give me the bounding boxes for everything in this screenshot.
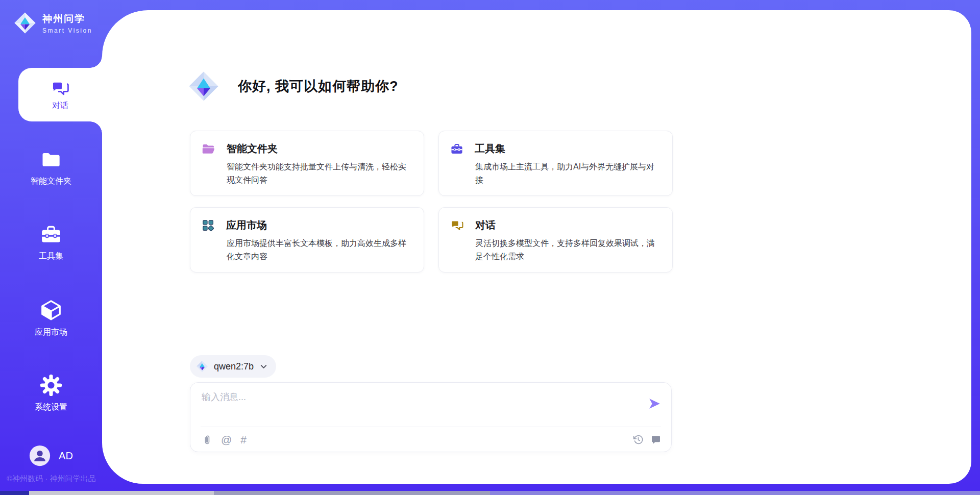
user-name: AD — [59, 450, 73, 462]
folder-icon — [40, 148, 62, 171]
feature-card-app-market[interactable]: 应用市场 应用市场提供丰富长文本模板，助力高效生成多样化文章内容 — [190, 207, 424, 273]
sidebar-item-label: 对话 — [52, 101, 68, 111]
brand-name: 神州问学 — [42, 12, 92, 26]
history-icon[interactable] — [633, 434, 644, 445]
feature-card-smart-folder[interactable]: 智能文件夹 智能文件夹功能支持批量文件上传与清洗，轻松实现文件问答 — [190, 131, 424, 196]
model-diamond-icon — [196, 360, 208, 373]
chevron-down-icon — [259, 362, 268, 371]
hashtag-icon[interactable]: # — [240, 434, 247, 445]
card-description: 应用市场提供丰富长文本模板，助力高效生成多样化文章内容 — [227, 237, 411, 263]
brand-diamond-icon — [13, 11, 37, 35]
send-icon[interactable] — [648, 397, 661, 410]
toolbox-icon — [40, 224, 62, 246]
scrollbar-track — [214, 491, 490, 495]
gear-icon — [39, 374, 63, 397]
card-description: 智能文件夹功能支持批量文件上传与清洗，轻松实现文件问答 — [227, 160, 411, 187]
card-description: 集成市场上主流工具，助力AI与外界无缝扩展与对接 — [475, 160, 660, 187]
quick-phrase-icon[interactable] — [651, 434, 661, 444]
scrollbar-thumb[interactable] — [29, 491, 214, 495]
horizontal-scrollbar — [0, 491, 980, 495]
card-title: 工具集 — [475, 142, 505, 156]
chat-bubbles-icon — [51, 79, 70, 98]
message-composer: @ # — [190, 382, 672, 452]
toolbox-icon — [450, 142, 463, 156]
sidebar-item-label: 工具集 — [39, 251, 63, 262]
composer-toolbar: @ # — [202, 427, 661, 452]
mention-icon[interactable]: @ — [221, 434, 232, 445]
sidebar-item-label: 智能文件夹 — [31, 176, 71, 187]
app-window: 神州问学 Smart Vision 对话 智能文件夹 — [0, 0, 980, 495]
brand-logo: 神州问学 Smart Vision — [13, 11, 92, 35]
greeting-text: 你好, 我可以如何帮助你? — [238, 77, 399, 95]
sidebar-item-chat[interactable]: 对话 — [18, 68, 102, 121]
greeting: 你好, 我可以如何帮助你? — [188, 68, 399, 105]
cube-icon — [39, 299, 63, 322]
sidebar-item-smart-folder[interactable]: 智能文件夹 — [0, 148, 102, 187]
sidebar-item-label: 应用市场 — [35, 327, 67, 338]
sidebar-footer-text: ©神州数码 · 神州问学出品 — [7, 474, 95, 484]
folder-open-icon — [202, 142, 215, 156]
attachment-icon[interactable] — [202, 434, 212, 445]
feature-card-chat[interactable]: 对话 灵活切换多模型文件，支持多样回复效果调试，满足个性化需求 — [438, 207, 673, 273]
message-input[interactable] — [202, 391, 630, 423]
card-title: 应用市场 — [226, 218, 267, 232]
tab-curve-top — [90, 56, 102, 68]
apps-grid-icon — [202, 219, 215, 232]
brand-subtitle: Smart Vision — [42, 27, 92, 34]
user-avatar-icon — [29, 445, 51, 466]
card-description: 灵活切换多模型文件，支持多样回复效果调试，满足个性化需求 — [475, 237, 660, 263]
model-selector[interactable]: qwen2:7b — [190, 355, 276, 378]
sidebar-item-settings[interactable]: 系统设置 — [0, 374, 102, 413]
tab-curve-bottom — [90, 121, 102, 134]
model-selector-value: qwen2:7b — [214, 361, 254, 372]
sidebar-item-toolset[interactable]: 工具集 — [0, 224, 102, 262]
brand-diamond-icon — [188, 70, 219, 102]
chat-bubbles-icon — [450, 218, 464, 232]
user-account[interactable]: AD — [0, 445, 102, 466]
feature-card-toolset[interactable]: 工具集 集成市场上主流工具，助力AI与外界无缝扩展与对接 — [438, 131, 673, 196]
feature-cards: 智能文件夹 智能文件夹功能支持批量文件上传与清洗，轻松实现文件问答 工具集 集成… — [190, 131, 673, 273]
sidebar-item-label: 系统设置 — [35, 402, 67, 413]
sidebar-item-app-market[interactable]: 应用市场 — [0, 299, 102, 338]
card-title: 智能文件夹 — [227, 142, 278, 156]
card-title: 对话 — [475, 218, 496, 232]
scrollbar-corner — [0, 491, 29, 495]
